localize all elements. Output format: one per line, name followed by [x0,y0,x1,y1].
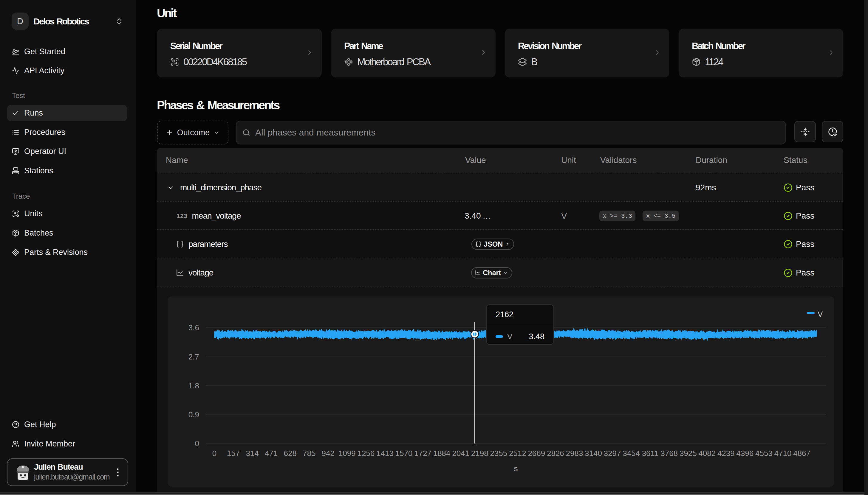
svg-text:157: 157 [227,449,240,458]
svg-text:942: 942 [322,449,334,458]
svg-text:2826: 2826 [547,449,564,458]
svg-text:3925: 3925 [679,449,697,458]
svg-text:4710: 4710 [774,449,792,458]
svg-text:0.9: 0.9 [189,410,199,419]
svg-text:1884: 1884 [433,449,451,458]
svg-text:1570: 1570 [395,449,413,458]
svg-text:V: V [818,310,823,319]
svg-text:0: 0 [195,439,199,448]
svg-text:628: 628 [284,449,297,458]
svg-text:2512: 2512 [509,449,526,458]
svg-text:2983: 2983 [566,449,583,458]
svg-text:1099: 1099 [339,449,356,458]
svg-text:3454: 3454 [623,449,640,458]
svg-text:3.6: 3.6 [189,323,199,332]
svg-text:1256: 1256 [357,449,375,458]
svg-text:s: s [514,464,518,473]
svg-text:3611: 3611 [642,449,659,458]
svg-text:1413: 1413 [376,449,394,458]
svg-text:4867: 4867 [793,449,810,458]
svg-text:0: 0 [212,449,216,458]
svg-text:2669: 2669 [528,449,545,458]
svg-text:3768: 3768 [660,449,678,458]
svg-text:4082: 4082 [698,449,716,458]
svg-text:4553: 4553 [755,449,773,458]
svg-text:2198: 2198 [471,449,488,458]
svg-text:314: 314 [246,449,259,458]
svg-text:2.7: 2.7 [189,352,199,361]
svg-text:2041: 2041 [452,449,469,458]
svg-text:1.8: 1.8 [189,381,199,390]
svg-text:2355: 2355 [490,449,507,458]
svg-text:785: 785 [302,449,315,458]
svg-text:1727: 1727 [414,449,431,458]
svg-text:3297: 3297 [604,449,621,458]
svg-text:471: 471 [265,449,278,458]
svg-text:4239: 4239 [717,449,735,458]
svg-text:4396: 4396 [736,449,753,458]
svg-text:3140: 3140 [585,449,602,458]
